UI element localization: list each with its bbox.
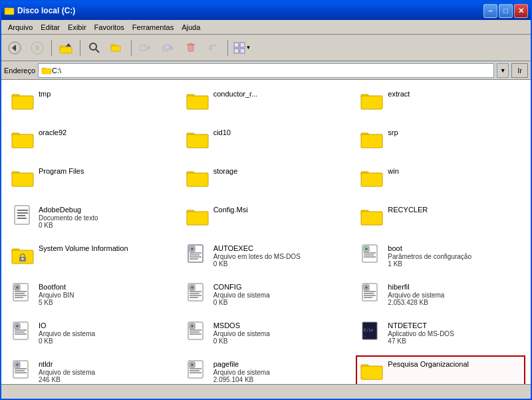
list-item[interactable]: Program Files bbox=[7, 162, 176, 198]
folder-locked-icon bbox=[11, 244, 35, 268]
menu-ajuda[interactable]: Ajuda bbox=[178, 22, 204, 33]
list-item[interactable]: C:\> _ NTDETECT Aplicativo do MS-DOS 47 … bbox=[356, 317, 525, 353]
list-item-pesquisa[interactable]: Pesquisa Organizacional bbox=[356, 355, 525, 384]
address-dropdown[interactable]: ▼ bbox=[497, 63, 509, 78]
list-item[interactable]: IO Arquivo de sistema 0 KB bbox=[7, 317, 176, 353]
menu-arquivo[interactable]: Arquivo bbox=[4, 22, 37, 33]
list-item[interactable]: pagefile Arquivo de sistema 2.095.104 KB bbox=[182, 355, 351, 384]
file-info: MSDOS Arquivo de sistema 0 KB bbox=[213, 321, 347, 345]
file-info: AUTOEXEC Arquivo em lotes do MS-DOS 0 KB bbox=[213, 244, 347, 268]
file-type: Arquivo de sistema bbox=[39, 369, 172, 376]
search-button[interactable] bbox=[84, 38, 105, 58]
sys-file-icon bbox=[186, 282, 209, 306]
svg-rect-45 bbox=[361, 173, 382, 186]
list-item[interactable]: oracle92 bbox=[7, 124, 176, 160]
list-item[interactable]: extract bbox=[356, 85, 525, 121]
list-item[interactable]: srp bbox=[356, 124, 525, 160]
list-item[interactable]: boot Parâmetros de configuração 1 KB bbox=[356, 240, 525, 276]
dos-app-icon: C:\> _ bbox=[360, 321, 384, 345]
list-item[interactable]: RECYCLER bbox=[356, 201, 525, 237]
svg-rect-25 bbox=[240, 49, 245, 53]
svg-point-62 bbox=[191, 248, 194, 250]
go-button[interactable]: Ir bbox=[511, 63, 528, 78]
file-info: storage bbox=[213, 166, 347, 176]
svg-rect-37 bbox=[187, 134, 208, 148]
file-name: Program Files bbox=[39, 166, 172, 176]
folder-icon bbox=[186, 128, 209, 152]
folder-icon bbox=[360, 205, 384, 229]
file-info: win bbox=[388, 166, 521, 176]
menu-bar: Arquivo Editar Exibir Favoritos Ferramen… bbox=[1, 20, 531, 35]
content-area: tmp conductor_r... extra bbox=[1, 80, 531, 384]
folders-button[interactable] bbox=[106, 38, 128, 58]
sys-file-icon bbox=[360, 282, 384, 306]
move-button[interactable] bbox=[135, 38, 156, 58]
address-bar: Endereço ▼ Ir bbox=[1, 61, 531, 80]
list-item[interactable]: cid10 bbox=[182, 124, 351, 160]
folder-icon bbox=[186, 89, 209, 113]
main-window: Disco local (C:) – □ ✕ Arquivo Editar Ex… bbox=[0, 0, 532, 400]
file-info: oracle92 bbox=[39, 128, 172, 137]
svg-rect-12 bbox=[111, 46, 120, 51]
file-name: extract bbox=[388, 89, 521, 99]
menu-favoritos[interactable]: Favoritos bbox=[90, 22, 128, 33]
svg-marker-8 bbox=[66, 43, 71, 47]
file-info: conductor_r... bbox=[213, 89, 347, 99]
up-button[interactable] bbox=[55, 38, 76, 58]
file-info: CONFIG Arquivo de sistema 0 KB bbox=[213, 282, 347, 306]
sys-file-icon bbox=[186, 359, 209, 383]
maximize-button[interactable]: □ bbox=[499, 4, 513, 18]
file-info: Program Files bbox=[39, 166, 172, 176]
list-item[interactable]: hiberfil Arquivo de sistema 2.053.428 KB bbox=[356, 278, 525, 314]
address-input[interactable] bbox=[52, 67, 491, 75]
file-info: boot Parâmetros de configuração 1 KB bbox=[388, 244, 521, 268]
list-item[interactable]: tmp bbox=[7, 85, 176, 121]
window-controls: – □ ✕ bbox=[483, 4, 528, 18]
file-info: IO Arquivo de sistema 0 KB bbox=[39, 321, 172, 345]
file-name: win bbox=[388, 166, 521, 176]
views-button[interactable]: ▼ bbox=[231, 38, 253, 58]
close-button[interactable]: ✕ bbox=[514, 4, 528, 18]
list-item[interactable]: ntldr Arquivo de sistema 246 KB bbox=[7, 355, 176, 384]
svg-point-9 bbox=[90, 43, 96, 50]
list-item[interactable]: storage bbox=[182, 162, 351, 198]
menu-exibir[interactable]: Exibir bbox=[64, 22, 90, 33]
minimize-button[interactable]: – bbox=[483, 4, 497, 18]
list-item[interactable]: AUTOEXEC Arquivo em lotes do MS-DOS 0 KB bbox=[182, 240, 351, 276]
file-size: 5 KB bbox=[39, 299, 172, 306]
list-item[interactable]: Config.Msi bbox=[182, 201, 351, 237]
folder-icon bbox=[11, 89, 35, 113]
file-type: Arquivo de sistema bbox=[213, 369, 347, 376]
menu-editar[interactable]: Editar bbox=[37, 22, 64, 33]
list-item[interactable]: Bootfont Arquivo BIN 5 KB bbox=[7, 278, 176, 314]
list-item[interactable]: conductor_r... bbox=[182, 85, 351, 121]
file-view[interactable]: tmp conductor_r... extra bbox=[1, 80, 531, 384]
list-item[interactable]: AdobeDebug Documento de texto 0 KB bbox=[7, 201, 176, 237]
copy-button[interactable] bbox=[158, 38, 179, 58]
file-name: boot bbox=[388, 244, 521, 253]
svg-rect-41 bbox=[12, 173, 33, 186]
file-name: cid10 bbox=[213, 128, 347, 137]
forward-button[interactable] bbox=[27, 38, 48, 58]
file-name: hiberfil bbox=[388, 282, 521, 292]
menu-ferramentas[interactable]: Ferramentas bbox=[128, 22, 178, 33]
list-item[interactable]: System Volume Information bbox=[7, 240, 176, 276]
list-item[interactable]: MSDOS Arquivo de sistema 0 KB bbox=[182, 317, 351, 353]
toolbar-separator-1 bbox=[51, 40, 52, 56]
file-info: Pesquisa Organizacional bbox=[388, 359, 521, 369]
title-bar: Disco local (C:) – □ ✕ bbox=[1, 1, 531, 20]
svg-rect-23 bbox=[240, 43, 245, 47]
folder-icon bbox=[11, 166, 35, 190]
list-item[interactable]: CONFIG Arquivo de sistema 0 KB bbox=[182, 278, 351, 314]
file-name: ntldr bbox=[39, 359, 172, 369]
svg-marker-14 bbox=[148, 45, 151, 51]
svg-rect-31 bbox=[187, 96, 208, 109]
file-info: cid10 bbox=[213, 128, 347, 137]
list-item[interactable]: win bbox=[356, 162, 525, 198]
back-button[interactable] bbox=[4, 38, 25, 58]
delete-button[interactable] bbox=[180, 38, 201, 58]
address-folder-icon bbox=[41, 65, 52, 76]
file-name: Config.Msi bbox=[213, 205, 347, 214]
folder-icon bbox=[360, 128, 384, 152]
undo-button[interactable] bbox=[203, 38, 224, 58]
